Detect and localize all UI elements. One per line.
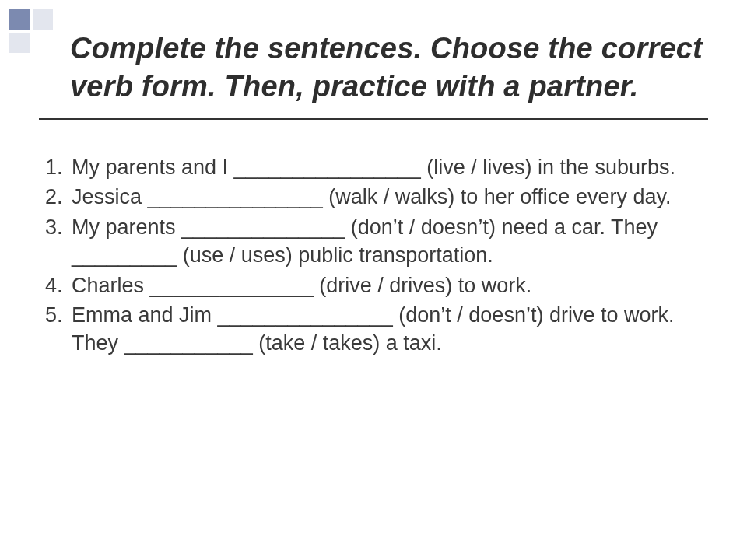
item-text: Jessica _______________ (walk / walks) t…: [72, 183, 708, 211]
decoration-square: [9, 33, 30, 53]
item-number: 3.: [45, 213, 72, 270]
corner-decoration: [9, 9, 56, 56]
item-number: 2.: [45, 183, 72, 211]
decoration-square: [9, 9, 30, 30]
exercise-item: 3. My parents ______________ (don’t / do…: [45, 213, 708, 270]
exercise-content: 1. My parents and I ________________ (li…: [45, 153, 708, 358]
item-text: Charles ______________ (drive / drives) …: [72, 271, 708, 299]
exercise-item: 5. Emma and Jim _______________ (don’t /…: [45, 301, 708, 358]
item-number: 1.: [45, 153, 72, 181]
item-text: My parents and I ________________ (live …: [72, 153, 708, 181]
item-text: My parents ______________ (don’t / doesn…: [72, 213, 708, 270]
item-number: 4.: [45, 271, 72, 299]
exercise-item: 1. My parents and I ________________ (li…: [45, 153, 708, 181]
item-number: 5.: [45, 301, 72, 358]
exercise-item: 2. Jessica _______________ (walk / walks…: [45, 183, 708, 211]
decoration-square: [33, 9, 53, 30]
title-divider: [39, 118, 708, 120]
exercise-item: 4. Charles ______________ (drive / drive…: [45, 271, 708, 299]
slide: Complete the sentences. Choose the corre…: [0, 0, 747, 560]
slide-title: Complete the sentences. Choose the corre…: [70, 30, 708, 107]
item-text: Emma and Jim _______________ (don’t / do…: [72, 301, 708, 358]
